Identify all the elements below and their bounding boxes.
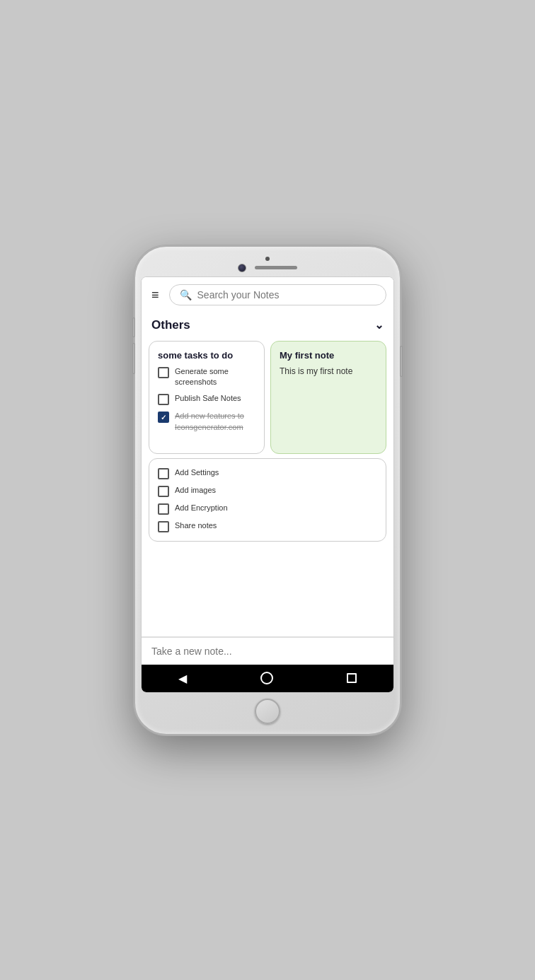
front-camera bbox=[238, 264, 246, 272]
task-label-2: Publish Safe Notes bbox=[175, 393, 241, 404]
note-body-first: This is my first note bbox=[280, 366, 377, 376]
task-label-3: Add new features to Iconsgenerator.com bbox=[175, 411, 255, 433]
checkbox-4[interactable] bbox=[158, 468, 169, 479]
task-label-1: Generate some screenshots bbox=[175, 366, 255, 388]
search-input[interactable] bbox=[197, 289, 376, 301]
new-note-bar[interactable] bbox=[142, 637, 393, 665]
note-title-first: My first note bbox=[280, 350, 377, 361]
phone-frame: ≡ 🔍 Others ⌄ some tasks to do Gene bbox=[134, 245, 401, 735]
search-bar[interactable]: 🔍 bbox=[169, 284, 386, 305]
section-header: Others ⌄ bbox=[142, 313, 393, 337]
task-label-5: Add images bbox=[175, 485, 216, 496]
note-title-tasks: some tasks to do bbox=[158, 350, 255, 361]
checkbox-1[interactable] bbox=[158, 367, 169, 378]
home-button[interactable] bbox=[260, 672, 273, 684]
task-item-3[interactable]: ✓ Add new features to Iconsgenerator.com bbox=[158, 411, 255, 433]
task-item-7[interactable]: Share notes bbox=[158, 520, 377, 532]
task-item-4[interactable]: Add Settings bbox=[158, 467, 377, 479]
checkbox-5[interactable] bbox=[158, 486, 169, 497]
search-icon: 🔍 bbox=[180, 289, 192, 301]
physical-home-button[interactable] bbox=[255, 699, 280, 724]
task-item-6[interactable]: Add Encryption bbox=[158, 503, 377, 515]
chevron-down-icon[interactable]: ⌄ bbox=[374, 318, 384, 332]
notes-grid-row2: Add Settings Add images Add Encryption S… bbox=[142, 458, 393, 547]
note-card-tasks[interactable]: some tasks to do Generate some screensho… bbox=[149, 341, 265, 454]
recents-button[interactable] bbox=[347, 673, 357, 683]
phone-bottom bbox=[255, 693, 280, 724]
note-card-first[interactable]: My first note This is my first note bbox=[270, 341, 386, 454]
top-dot bbox=[265, 257, 270, 261]
note-card-settings[interactable]: Add Settings Add images Add Encryption S… bbox=[149, 458, 386, 542]
checkmark-icon: ✓ bbox=[161, 414, 166, 421]
checkbox-7[interactable] bbox=[158, 521, 169, 532]
task-item-5[interactable]: Add images bbox=[158, 485, 377, 497]
volume-down-button bbox=[132, 343, 135, 374]
back-button[interactable]: ◀ bbox=[178, 672, 187, 685]
task-item-2[interactable]: Publish Safe Notes bbox=[158, 393, 255, 405]
menu-icon[interactable]: ≡ bbox=[149, 286, 162, 304]
phone-top-bar bbox=[141, 257, 394, 276]
checkbox-3[interactable]: ✓ bbox=[158, 412, 169, 423]
new-note-input[interactable] bbox=[151, 646, 384, 657]
app-content: ≡ 🔍 Others ⌄ some tasks to do Gene bbox=[142, 277, 393, 636]
task-label-7: Share notes bbox=[175, 520, 217, 531]
volume-buttons bbox=[132, 317, 135, 374]
phone-screen: ≡ 🔍 Others ⌄ some tasks to do Gene bbox=[141, 276, 394, 693]
app-header: ≡ 🔍 bbox=[142, 277, 393, 313]
task-label-6: Add Encryption bbox=[175, 503, 228, 513]
earpiece-speaker bbox=[255, 266, 297, 269]
volume-up-button bbox=[132, 317, 135, 337]
task-item-1[interactable]: Generate some screenshots bbox=[158, 366, 255, 388]
checkbox-6[interactable] bbox=[158, 503, 169, 515]
notes-grid-row1: some tasks to do Generate some screensho… bbox=[142, 337, 393, 458]
android-nav-bar: ◀ bbox=[142, 665, 393, 692]
task-label-4: Add Settings bbox=[175, 467, 219, 478]
checkbox-2[interactable] bbox=[158, 394, 169, 405]
section-title: Others bbox=[151, 318, 190, 332]
power-button bbox=[400, 346, 403, 377]
